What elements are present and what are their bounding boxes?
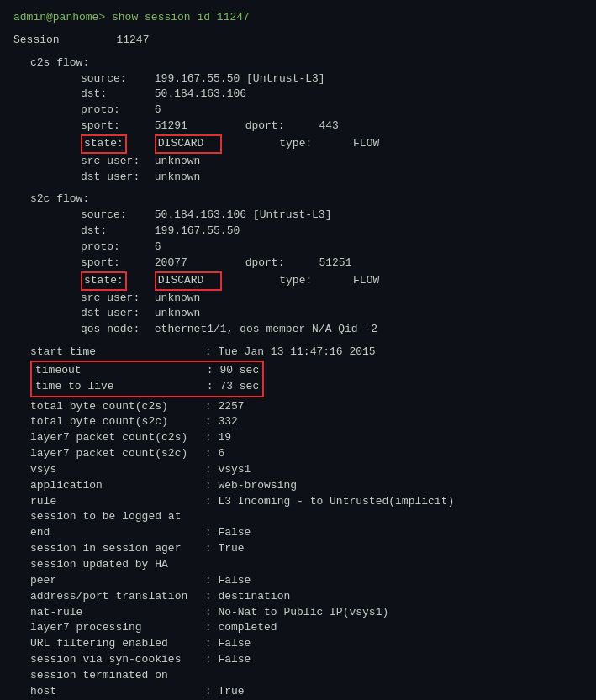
c2s-dst-label: dst: [81,87,148,103]
s2c-qos: qos node: ethernet1/1, qos member N/A Qi… [81,322,583,338]
c2s-type-label: type: [279,136,346,152]
c2s-dst-user: dst user: unknown [81,170,583,186]
s2c-source-label: source: [81,208,148,224]
ttl-row: time to live : 73 sec [35,379,259,395]
s2c-src-user-label: src user: [81,291,148,307]
c2s-source-val: 199.167.55.50 [Untrust-L3] [155,72,325,85]
terminal-window: admin@panhome> show session id 11247 Ses… [13,10,583,700]
nat-label: nat-rule [30,605,198,621]
s2c-dst-user-label: dst user: [81,306,148,322]
ager-row: session in session ager : True [30,541,583,557]
c2s-source: source: 199.167.55.50 [Untrust-L3] [81,71,583,87]
c2s-src-user-label: src user: [81,154,148,170]
addr-row: address/port translation : destination [30,589,583,605]
c2s-sport-label: sport: [81,118,148,134]
s2c-sport-val: 20077 [155,255,239,271]
log-label: session to be logged at end [30,509,198,541]
s2c-state-row: state: DISCARD type: FLOW [81,271,583,291]
s2c-header: s2c flow: [30,192,583,208]
s2c-qos-val: ethernet1/1, qos member N/A Qid -2 [155,323,377,335]
app-val: : web-browsing [205,479,297,492]
c2s-src-user-val: unknown [155,155,201,167]
app-row: application : web-browsing [30,478,583,494]
s2c-qos-label: qos node: [81,322,148,338]
term-row: session terminated on host : True [30,668,583,700]
stats-section: start time : Tue Jan 13 11:47:16 2015 ti… [30,345,583,700]
total-c2s-label: total byte count(c2s) [30,399,198,415]
command-line: admin@panhome> show session id 11247 [13,10,583,26]
log-val: : False [205,526,251,539]
s2c-type-label: type: [279,273,346,289]
s2c-proto-label: proto: [81,239,148,255]
c2s-sport-val: 51291 [155,118,239,134]
s2c-dst-user-val: unknown [155,307,201,319]
term-val: : True [205,685,245,697]
session-id: 11247 [116,34,149,46]
syn-val: : False [205,653,251,666]
total-s2c-row: total byte count(s2c) : 332 [30,414,583,430]
c2s-dst: dst: 50.184.163.106 [81,87,583,103]
c2s-src-user: src user: unknown [81,154,583,170]
s2c-ports: sport: 20077 dport: 51251 [81,255,583,271]
syn-row: session via syn-cookies : False [30,652,583,668]
total-c2s-row: total byte count(c2s) : 2257 [30,399,583,415]
s2c-source-val: 50.184.163.106 [Untrust-L3] [155,208,332,221]
url-val: : False [205,637,251,650]
term-label: session terminated on host [30,668,198,700]
session-header: Session 11247 [13,33,583,49]
syn-label: session via syn-cookies [30,652,198,668]
s2c-proto: proto: 6 [81,239,583,255]
ttl-label: time to live [35,379,200,395]
addr-label: address/port translation [30,589,198,605]
s2c-dport-label: dport: [245,255,313,271]
l7-s2c-row: layer7 packet count(s2c) : 6 [30,446,583,462]
ha-val: : False [205,574,251,587]
rule-label: rule [30,494,198,510]
s2c-sport-label: sport: [81,255,148,271]
vsys-row: vsys : vsys1 [30,462,583,478]
c2s-dport-val: 443 [319,119,338,132]
s2c-dst-user: dst user: unknown [81,306,583,322]
c2s-proto-label: proto: [81,103,148,118]
s2c-section: s2c flow: source: 50.184.163.106 [Untrus… [30,192,583,338]
total-s2c-label: total byte count(s2c) [30,414,198,430]
vsys-val: : vsys1 [205,463,251,476]
ha-row: session updated by HA peer : False [30,557,583,589]
l7proc-row: layer7 processing : completed [30,620,583,636]
s2c-state-val: DISCARD [155,271,223,291]
nat-row: nat-rule : No-Nat to Public IP(vsys1) [30,605,583,621]
app-label: application [30,478,198,494]
log-row: session to be logged at end : False [30,509,583,541]
total-c2s-val: : 2257 [205,400,245,413]
start-time-val: : Tue Jan 13 11:47:16 2015 [205,345,376,358]
prompt-text: admin@panhome> show session id 11247 [13,11,250,24]
c2s-dport-label: dport: [245,118,313,134]
addr-val: : destination [205,590,290,603]
start-time-label: start time [30,345,198,361]
s2c-proto-val: 6 [155,240,161,253]
c2s-dst-val: 50.184.163.106 [155,87,246,100]
timeout-row: timeout : 90 sec [35,363,259,379]
timeout-label: timeout [35,363,200,379]
c2s-proto-val: 6 [155,103,161,116]
s2c-dst: dst: 199.167.55.50 [81,224,583,239]
s2c-type-val: FLOW [353,274,379,287]
l7-c2s-row: layer7 packet count(c2s) : 19 [30,430,583,446]
c2s-header: c2s flow: [30,55,583,71]
l7-s2c-label: layer7 packet count(s2c) [30,446,198,462]
vsys-label: vsys [30,462,198,478]
start-time-row: start time : Tue Jan 13 11:47:16 2015 [30,345,583,361]
c2s-proto: proto: 6 [81,103,583,118]
session-label: Session [13,34,60,46]
s2c-source: source: 50.184.163.106 [Untrust-L3] [81,208,583,224]
l7-c2s-val: : 19 [205,431,231,444]
l7proc-label: layer7 processing [30,620,198,636]
nat-val: : No-Nat to Public IP(vsys1) [205,606,388,618]
c2s-state-label: state: [81,134,148,154]
url-row: URL filtering enabled : False [30,636,583,652]
rule-row: rule : L3 Incoming - to Untrusted(implic… [30,494,583,510]
c2s-dst-user-val: unknown [155,171,201,183]
rule-val: : L3 Incoming - to Untrusted(implicit) [205,495,454,508]
ha-label: session updated by HA peer [30,557,198,589]
c2s-section: c2s flow: source: 199.167.55.50 [Untrust… [30,55,583,186]
